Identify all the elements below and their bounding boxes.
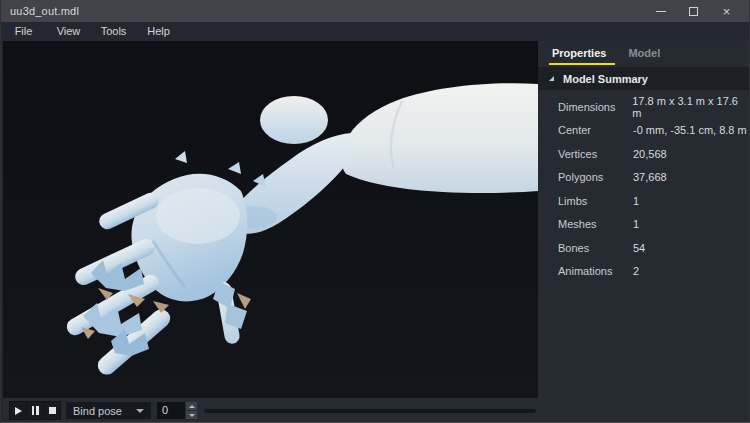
row-animations: Animations 2 [538,260,749,284]
prop-label: Dimensions [558,101,632,113]
row-bones: Bones 54 [538,236,749,260]
tab-model-label: Model [628,47,660,59]
tab-properties[interactable]: Properties [552,41,606,67]
prop-value: 1 [633,218,639,230]
prop-label: Center [558,124,633,136]
model-viewport[interactable] [3,41,538,398]
spin-up-button[interactable] [186,402,197,410]
transport-controls [9,401,61,420]
properties-panel: Properties Model Model Summary Dimension… [538,41,749,423]
chevron-down-icon [136,409,144,413]
palm-highlight [156,188,240,244]
property-list: Dimensions 17.8 m x 3.1 m x 17.6 m Cente… [538,90,749,283]
prop-value: 37,668 [633,171,667,183]
row-polygons: Polygons 37,668 [538,166,749,190]
menu-view[interactable]: View [46,22,91,41]
prop-label: Bones [558,242,633,254]
prop-value: -0 mm, -35.1 cm, 8.8 m [633,124,747,136]
joint-ball [260,96,328,144]
row-dimensions: Dimensions 17.8 m x 3.1 m x 17.6 m [538,95,749,119]
prop-label: Limbs [558,195,633,207]
frame-spinner-buttons [186,402,197,419]
maximize-button[interactable] [677,0,710,22]
pause-button[interactable] [27,402,43,419]
prop-value: 1 [633,195,639,207]
row-center: Center -0 mm, -35.1 cm, 8.8 m [538,119,749,143]
pause-icon [32,406,39,415]
minimize-icon [656,11,666,12]
hand-model [64,83,538,378]
menu-file[interactable]: File [1,22,46,41]
collapse-triangle-icon [549,76,554,81]
maximize-icon [689,7,698,16]
menu-help[interactable]: Help [136,22,181,41]
spin-down-button[interactable] [186,411,197,419]
panel-tabbar: Properties Model [538,41,749,67]
timeline-slider[interactable] [204,402,536,419]
model-summary-header[interactable]: Model Summary [538,67,749,90]
close-icon: × [723,5,731,18]
prop-label: Polygons [558,171,633,183]
stop-button[interactable] [44,402,60,419]
prop-value: 2 [633,265,639,277]
frame-spinner-value[interactable]: 0 [157,402,185,419]
prop-value: 54 [633,242,645,254]
window-controls: × [644,0,743,22]
section-title: Model Summary [563,73,648,85]
arrow-up-icon [189,405,195,408]
minimize-button[interactable] [644,0,677,22]
active-tab-underline [549,63,615,65]
viewport-column: Bind pose 0 [1,41,538,423]
titlebar[interactable]: uu3d_out.mdl × [1,0,749,22]
prop-value: 17.8 m x 3.1 m x 17.6 m [632,95,749,119]
row-limbs: Limbs 1 [538,189,749,213]
window-title: uu3d_out.mdl [1,5,79,17]
play-button[interactable] [10,402,26,419]
pose-dropdown[interactable]: Bind pose [66,402,151,419]
prop-label: Animations [558,265,633,277]
row-meshes: Meshes 1 [538,213,749,237]
tab-properties-label: Properties [552,47,606,59]
play-icon [15,407,22,415]
prop-value: 20,568 [633,148,667,160]
prop-label: Vertices [558,148,633,160]
menu-tools[interactable]: Tools [91,22,136,41]
app-window: uu3d_out.mdl × File View Tools Help [0,0,750,423]
playback-toolbar: Bind pose 0 [3,398,538,423]
tab-model[interactable]: Model [628,41,660,67]
prop-label: Meshes [558,218,633,230]
stop-icon [49,407,56,414]
row-vertices: Vertices 20,568 [538,142,749,166]
frame-spinner[interactable]: 0 [157,402,197,419]
menubar: File View Tools Help [1,22,749,41]
arrow-down-icon [189,414,195,417]
timeline-track[interactable] [204,409,536,413]
pose-dropdown-value: Bind pose [73,405,122,417]
upper-arm [341,83,538,193]
model-canvas[interactable] [3,41,538,398]
close-button[interactable]: × [710,0,743,22]
